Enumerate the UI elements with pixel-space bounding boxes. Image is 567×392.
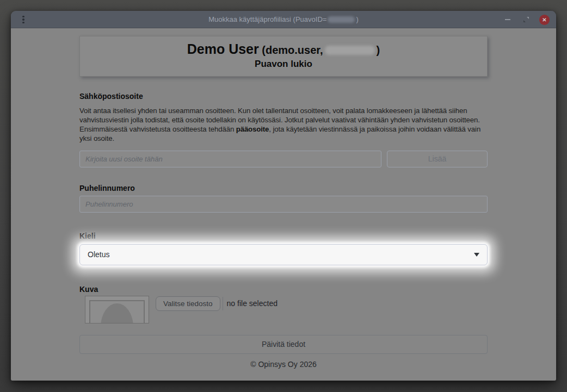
profile-photo-preview — [85, 296, 149, 323]
email-input-row: Lisää — [79, 151, 488, 167]
restore-button[interactable] — [521, 14, 532, 25]
choose-file-button[interactable]: Valitse tiedosto — [156, 296, 220, 311]
close-button[interactable]: ✕ — [539, 15, 550, 25]
window-controls: ✕ — [502, 11, 550, 28]
titlebar[interactable]: Muokkaa käyttäjäprofiiliasi (PuavoID=) ✕ — [11, 11, 556, 28]
photo-section-label: Kuva — [79, 285, 488, 294]
profile-name: Demo User — [187, 41, 259, 57]
profile-username: (demo.user, — [259, 44, 323, 56]
file-input-divider — [223, 297, 223, 310]
new-email-input[interactable] — [79, 151, 381, 167]
photo-row: Valitse tiedosto no file selected — [79, 296, 488, 323]
footer-copyright: © Opinsys Oy 2026 — [79, 360, 488, 369]
window-title-text: Muokkaa käyttäjäprofiiliasi (PuavoID= — [208, 15, 326, 23]
minimize-button[interactable] — [502, 14, 513, 25]
menu-kebab-icon[interactable] — [19, 15, 28, 24]
phone-number-input[interactable] — [79, 196, 488, 213]
page-content: Demo User (demo.user,) Puavon lukio Sähk… — [11, 28, 556, 381]
restore-icon — [523, 16, 529, 23]
profile-form: Demo User (demo.user,) Puavon lukio Sähk… — [79, 28, 488, 369]
file-upload-control: Valitse tiedosto no file selected — [156, 296, 278, 311]
app-window: Muokkaa käyttäjäprofiiliasi (PuavoID=) ✕… — [11, 11, 556, 381]
profile-name-line: Demo User (demo.user,) — [89, 41, 478, 57]
file-status-text: no file selected — [227, 299, 278, 308]
window-title: Muokkaa käyttäjäprofiiliasi (PuavoID=) — [208, 15, 358, 23]
language-section-label: Kieli — [79, 232, 488, 240]
redacted-puavo-id — [328, 16, 355, 23]
email-section-label: Sähköpostiosoite — [79, 92, 488, 101]
minimize-icon — [505, 19, 510, 20]
language-select-value: Oletus — [88, 250, 474, 259]
language-select[interactable]: Oletus — [79, 244, 488, 265]
profile-school: Puavon lukio — [89, 59, 478, 70]
update-info-button[interactable]: Päivitä tiedot — [79, 335, 488, 354]
phone-section-label: Puhelinnumero — [79, 184, 488, 192]
add-email-button[interactable]: Lisää — [387, 151, 488, 167]
profile-header-card: Demo User (demo.user,) Puavon lukio — [79, 36, 488, 77]
redacted-user-id — [325, 46, 375, 55]
email-section-description: Voit antaa itsellesi yhden tai useamman … — [79, 106, 488, 143]
chevron-down-icon — [474, 253, 479, 257]
